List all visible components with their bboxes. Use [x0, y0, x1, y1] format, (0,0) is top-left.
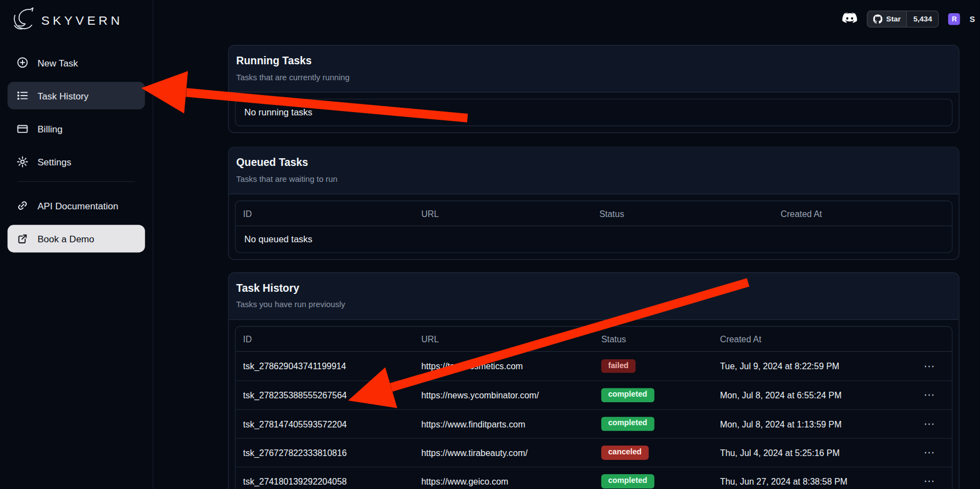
table-row[interactable]: tsk_278629043741199914 https://tartecosm… — [236, 352, 952, 380]
sidebar-item-label: API Documentation — [37, 200, 118, 210]
sidebar-item-label: Task History — [37, 90, 88, 101]
table-row[interactable]: tsk_276727822333810816 https://www.tirab… — [236, 438, 952, 466]
task-id: tsk_274180139292204058 — [236, 476, 414, 486]
sidebar-item-new-task[interactable]: New Task — [8, 49, 145, 76]
task-created-at: Thu, Jun 27, 2024 at 8:38:58 PM — [712, 476, 906, 486]
status-cell: canceled — [594, 446, 712, 460]
sidebar-item-task-history[interactable]: Task History — [8, 82, 145, 109]
empty-state: No running tasks — [236, 99, 952, 126]
skyvern-dragon-logo-icon — [10, 6, 36, 35]
task-url: https://tartecosmetics.com — [414, 361, 594, 371]
link-icon — [16, 199, 29, 212]
column-header-created-at: Created At — [773, 208, 952, 218]
github-icon — [873, 14, 882, 24]
status-cell: failed — [594, 359, 712, 373]
task-history-card: Task History Tasks you have run previous… — [228, 273, 959, 489]
table-header-row: ID URL Status Created At — [236, 201, 952, 226]
card-title: Running Tasks — [236, 55, 951, 68]
empty-state: No queued tasks — [236, 226, 952, 253]
column-header-id: ID — [236, 334, 414, 344]
list-icon — [16, 90, 29, 102]
queued-tasks-card: Queued Tasks Tasks that are waiting to r… — [228, 147, 959, 260]
task-id: tsk_278147405593572204 — [236, 419, 414, 429]
task-created-at: Mon, Jul 8, 2024 at 1:13:59 PM — [712, 419, 906, 429]
task-url: https://news.ycombinator.com/ — [414, 390, 594, 400]
status-badge: completed — [601, 474, 654, 488]
task-created-at: Tue, Jul 9, 2024 at 8:22:59 PM — [712, 361, 906, 371]
task-history-table: ID URL Status Created At tsk_27862904374… — [235, 326, 953, 489]
card-subtitle: Tasks that are waiting to run — [236, 174, 951, 184]
row-menu-button[interactable]: ⋯ — [920, 359, 938, 373]
column-header-url: URL — [414, 208, 592, 218]
column-header-url: URL — [414, 334, 594, 344]
sidebar-item-label: Book a Demo — [37, 234, 94, 244]
running-tasks-card: Running Tasks Tasks that are currently r… — [228, 45, 959, 133]
row-menu-button[interactable]: ⋯ — [920, 446, 938, 459]
github-star-left: Star — [867, 11, 906, 26]
user-name-clipped[interactable]: S — [970, 14, 975, 24]
external-link-icon — [16, 232, 29, 245]
table-row[interactable]: tsk_278147405593572204 https://www.findi… — [236, 409, 952, 438]
card-subtitle: Tasks you have run previously — [236, 300, 951, 309]
row-menu-button[interactable]: ⋯ — [920, 475, 938, 488]
task-url: https://www.geico.com — [414, 476, 594, 486]
sidebar-nav: New Task Task History Billing — [0, 39, 152, 253]
status-cell: completed — [594, 417, 712, 431]
status-badge: canceled — [601, 446, 649, 460]
credit-card-icon — [16, 123, 29, 135]
sidebar-item-api-documentation[interactable]: API Documentation — [8, 192, 145, 219]
gear-icon — [16, 155, 29, 168]
github-star-count: 5,434 — [906, 11, 938, 26]
status-badge: completed — [601, 417, 654, 431]
status-badge: completed — [601, 388, 654, 402]
card-subtitle: Tasks that are currently running — [236, 73, 951, 82]
column-header-id: ID — [236, 208, 414, 218]
task-url: https://www.finditparts.com — [414, 419, 594, 429]
task-history-header: Task History Tasks you have run previous… — [229, 273, 959, 320]
row-menu-button[interactable]: ⋯ — [920, 388, 938, 402]
topbar-actions: Star 5,434 R S — [842, 9, 975, 28]
queued-tasks-table: ID URL Status Created At No queued tasks — [235, 201, 953, 253]
card-title: Task History — [236, 282, 951, 295]
running-tasks-table: No running tasks — [235, 99, 953, 126]
cards-column: Running Tasks Tasks that are currently r… — [228, 45, 959, 489]
status-cell: completed — [594, 474, 712, 488]
table-row[interactable]: tsk_278235388555267564 https://news.ycom… — [236, 380, 952, 409]
github-star-label: Star — [886, 14, 901, 23]
task-created-at: Mon, Jul 8, 2024 at 6:55:24 PM — [712, 390, 906, 400]
task-id: tsk_276727822333810816 — [236, 448, 414, 458]
sidebar-divider — [18, 181, 135, 182]
sidebar-item-book-a-demo[interactable]: Book a Demo — [8, 225, 145, 252]
sidebar-item-label: Billing — [37, 124, 63, 134]
queued-tasks-header: Queued Tasks Tasks that are waiting to r… — [229, 147, 959, 194]
github-star-button[interactable]: Star 5,434 — [867, 10, 939, 27]
task-url: https://www.tirabeauty.com/ — [414, 448, 594, 458]
row-menu-button[interactable]: ⋯ — [920, 418, 938, 431]
app-window: SKYVERN New Task Task History — [0, 0, 980, 489]
running-tasks-header: Running Tasks Tasks that are currently r… — [229, 46, 959, 92]
sidebar: SKYVERN New Task Task History — [0, 0, 153, 489]
column-header-status: Status — [592, 208, 773, 218]
column-header-status: Status — [594, 334, 712, 344]
user-avatar[interactable]: R — [948, 13, 960, 25]
status-badge: failed — [601, 359, 635, 373]
task-id: tsk_278629043741199914 — [236, 361, 414, 371]
sidebar-item-billing[interactable]: Billing — [8, 115, 145, 142]
sidebar-item-label: New Task — [37, 57, 78, 68]
status-cell: completed — [594, 388, 712, 402]
sidebar-item-label: Settings — [37, 157, 71, 167]
task-id: tsk_278235388555267564 — [236, 390, 414, 400]
task-created-at: Thu, Jul 4, 2024 at 5:25:16 PM — [712, 448, 906, 458]
card-title: Queued Tasks — [236, 157, 951, 169]
column-header-created-at: Created At — [712, 334, 906, 344]
sidebar-item-settings[interactable]: Settings — [8, 148, 145, 175]
brand-name: SKYVERN — [41, 13, 123, 27]
table-header-row: ID URL Status Created At — [236, 327, 952, 352]
main-content: Star 5,434 R S Running Tasks Tasks that … — [153, 0, 980, 489]
plus-circle-icon — [16, 56, 29, 69]
brand-header[interactable]: SKYVERN — [0, 0, 152, 39]
discord-icon[interactable] — [842, 13, 857, 25]
table-row[interactable]: tsk_274180139292204058 https://www.geico… — [236, 466, 952, 489]
